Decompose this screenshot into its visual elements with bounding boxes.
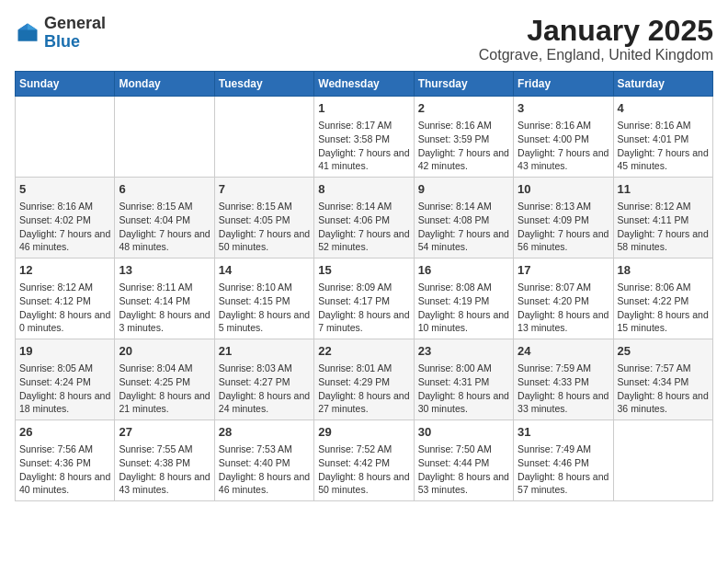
calendar-cell: 18Sunrise: 8:06 AMSunset: 4:22 PMDayligh…	[613, 259, 712, 339]
day-number: 30	[418, 424, 509, 441]
day-detail: Daylight: 8 hours and 36 minutes.	[618, 389, 709, 416]
day-detail: Daylight: 8 hours and 13 minutes.	[518, 308, 609, 335]
calendar-cell	[115, 97, 214, 178]
day-number: 10	[518, 181, 609, 198]
day-detail: Daylight: 7 hours and 48 minutes.	[119, 227, 210, 254]
day-detail: Daylight: 8 hours and 43 minutes.	[119, 470, 210, 497]
day-detail: Sunset: 4:12 PM	[19, 294, 110, 308]
day-number: 6	[119, 181, 210, 198]
day-number: 23	[418, 343, 509, 360]
day-detail: Sunrise: 8:01 AM	[318, 362, 409, 375]
day-detail: Daylight: 8 hours and 46 minutes.	[219, 470, 310, 497]
day-detail: Sunrise: 8:05 AM	[19, 362, 110, 375]
logo-icon	[15, 20, 40, 46]
day-detail: Sunset: 4:25 PM	[119, 375, 210, 389]
day-detail: Sunset: 4:36 PM	[19, 456, 110, 470]
calendar-cell: 16Sunrise: 8:08 AMSunset: 4:19 PMDayligh…	[414, 259, 513, 339]
day-detail: Sunrise: 7:50 AM	[418, 442, 509, 456]
day-detail: Sunset: 4:02 PM	[19, 213, 110, 227]
day-detail: Daylight: 8 hours and 27 minutes.	[318, 389, 409, 416]
day-detail: Sunrise: 8:16 AM	[418, 119, 509, 132]
day-detail: Daylight: 8 hours and 5 minutes.	[219, 308, 310, 335]
calendar-cell: 8Sunrise: 8:14 AMSunset: 4:06 PMDaylight…	[314, 178, 414, 259]
day-detail: Daylight: 8 hours and 57 minutes.	[518, 470, 609, 497]
day-detail: Sunrise: 8:11 AM	[119, 281, 210, 294]
calendar-cell: 28Sunrise: 7:53 AMSunset: 4:40 PMDayligh…	[214, 419, 313, 500]
day-detail: Daylight: 8 hours and 10 minutes.	[418, 308, 509, 335]
day-detail: Daylight: 8 hours and 50 minutes.	[318, 470, 409, 497]
calendar-cell: 31Sunrise: 7:49 AMSunset: 4:46 PMDayligh…	[514, 419, 613, 500]
logo-blue-text: Blue	[44, 32, 80, 51]
calendar-cell: 13Sunrise: 8:11 AMSunset: 4:14 PMDayligh…	[115, 259, 214, 339]
day-detail: Sunset: 4:40 PM	[219, 456, 310, 470]
day-detail: Daylight: 7 hours and 45 minutes.	[618, 146, 709, 173]
page-header: General Blue January 2025 Cotgrave, Engl…	[15, 15, 713, 63]
logo-text: General Blue	[44, 15, 106, 52]
day-detail: Sunrise: 8:16 AM	[19, 200, 110, 213]
day-detail: Daylight: 7 hours and 56 minutes.	[518, 227, 609, 254]
day-detail: Sunrise: 8:03 AM	[219, 362, 310, 375]
day-detail: Daylight: 7 hours and 54 minutes.	[418, 227, 509, 254]
day-detail: Sunset: 4:19 PM	[418, 294, 509, 308]
day-detail: Sunrise: 8:08 AM	[418, 281, 509, 294]
day-detail: Sunrise: 8:07 AM	[518, 281, 609, 294]
day-detail: Sunset: 4:08 PM	[418, 213, 509, 227]
day-detail: Sunset: 4:38 PM	[119, 456, 210, 470]
day-detail: Sunset: 4:22 PM	[618, 294, 709, 308]
calendar-cell: 23Sunrise: 8:00 AMSunset: 4:31 PMDayligh…	[414, 339, 513, 420]
day-detail: Daylight: 7 hours and 41 minutes.	[318, 146, 409, 173]
day-detail: Daylight: 8 hours and 3 minutes.	[119, 308, 210, 335]
day-detail: Sunset: 4:17 PM	[318, 294, 409, 308]
calendar-cell: 6Sunrise: 8:15 AMSunset: 4:04 PMDaylight…	[115, 178, 214, 259]
page-subtitle: Cotgrave, England, United Kingdom	[479, 47, 713, 63]
day-number: 1	[318, 100, 409, 117]
day-number: 5	[19, 181, 110, 198]
day-number: 13	[119, 262, 210, 279]
day-detail: Daylight: 8 hours and 24 minutes.	[219, 389, 310, 416]
calendar-cell: 24Sunrise: 7:59 AMSunset: 4:33 PMDayligh…	[514, 339, 613, 420]
day-detail: Daylight: 7 hours and 43 minutes.	[518, 146, 609, 173]
calendar-cell: 29Sunrise: 7:52 AMSunset: 4:42 PMDayligh…	[314, 419, 414, 500]
day-detail: Sunrise: 8:10 AM	[219, 281, 310, 294]
calendar-cell: 22Sunrise: 8:01 AMSunset: 4:29 PMDayligh…	[314, 339, 414, 420]
day-detail: Daylight: 7 hours and 50 minutes.	[219, 227, 310, 254]
calendar-week-row: 12Sunrise: 8:12 AMSunset: 4:12 PMDayligh…	[16, 259, 713, 339]
day-detail: Sunset: 4:33 PM	[518, 375, 609, 389]
calendar-cell: 12Sunrise: 8:12 AMSunset: 4:12 PMDayligh…	[16, 259, 115, 339]
calendar-cell: 3Sunrise: 8:16 AMSunset: 4:00 PMDaylight…	[514, 97, 613, 178]
day-number: 15	[318, 262, 409, 279]
day-detail: Daylight: 8 hours and 0 minutes.	[19, 308, 110, 335]
day-detail: Sunset: 4:27 PM	[219, 375, 310, 389]
calendar-cell: 2Sunrise: 8:16 AMSunset: 3:59 PMDaylight…	[414, 97, 513, 178]
calendar-cell: 14Sunrise: 8:10 AMSunset: 4:15 PMDayligh…	[214, 259, 313, 339]
calendar-cell: 27Sunrise: 7:55 AMSunset: 4:38 PMDayligh…	[115, 419, 214, 500]
day-detail: Daylight: 7 hours and 58 minutes.	[618, 227, 709, 254]
day-detail: Sunset: 4:06 PM	[318, 213, 409, 227]
calendar-week-row: 19Sunrise: 8:05 AMSunset: 4:24 PMDayligh…	[16, 339, 713, 420]
day-detail: Daylight: 8 hours and 33 minutes.	[518, 389, 609, 416]
day-number: 17	[518, 262, 609, 279]
day-number: 11	[618, 181, 709, 198]
day-detail: Sunset: 4:15 PM	[219, 294, 310, 308]
calendar-cell	[214, 97, 313, 178]
day-detail: Sunrise: 7:49 AM	[518, 442, 609, 456]
day-number: 4	[618, 100, 709, 117]
day-number: 26	[19, 424, 110, 441]
day-detail: Sunset: 4:42 PM	[318, 456, 409, 470]
day-detail: Sunrise: 8:12 AM	[618, 200, 709, 213]
page-title: January 2025	[479, 15, 713, 47]
day-number: 29	[318, 424, 409, 441]
calendar-cell: 15Sunrise: 8:09 AMSunset: 4:17 PMDayligh…	[314, 259, 414, 339]
title-block: January 2025 Cotgrave, England, United K…	[479, 15, 713, 63]
day-detail: Daylight: 7 hours and 46 minutes.	[19, 227, 110, 254]
day-detail: Sunrise: 8:13 AM	[518, 200, 609, 213]
calendar-table: SundayMondayTuesdayWednesdayThursdayFrid…	[15, 71, 713, 501]
logo: General Blue	[15, 15, 106, 52]
day-detail: Sunset: 4:29 PM	[318, 375, 409, 389]
calendar-cell: 4Sunrise: 8:16 AMSunset: 4:01 PMDaylight…	[613, 97, 712, 178]
day-detail: Daylight: 8 hours and 40 minutes.	[19, 470, 110, 497]
day-detail: Sunset: 4:31 PM	[418, 375, 509, 389]
day-detail: Sunrise: 8:17 AM	[318, 119, 409, 132]
day-number: 24	[518, 343, 609, 360]
calendar-cell: 17Sunrise: 8:07 AMSunset: 4:20 PMDayligh…	[514, 259, 613, 339]
